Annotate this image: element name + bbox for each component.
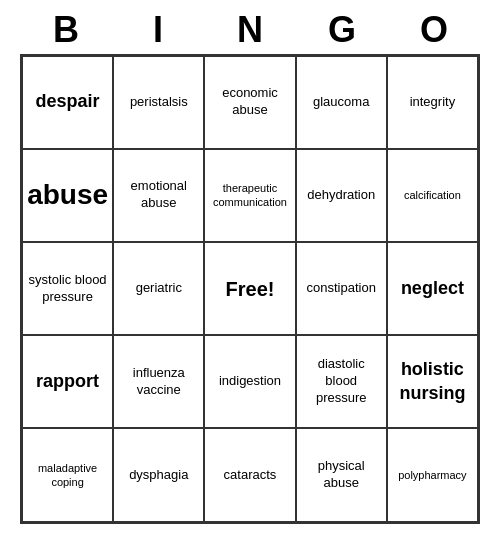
letter-b: B bbox=[20, 10, 112, 50]
bingo-cell-20: maladaptive coping bbox=[22, 428, 113, 521]
bingo-cell-0: despair bbox=[22, 56, 113, 149]
bingo-cell-1: peristalsis bbox=[113, 56, 204, 149]
letter-i: I bbox=[112, 10, 204, 50]
bingo-header: B I N G O bbox=[20, 10, 480, 50]
bingo-cell-22: cataracts bbox=[204, 428, 295, 521]
bingo-cell-5: abuse bbox=[22, 149, 113, 242]
bingo-cell-6: emotional abuse bbox=[113, 149, 204, 242]
bingo-cell-9: calcification bbox=[387, 149, 478, 242]
bingo-cell-4: integrity bbox=[387, 56, 478, 149]
bingo-cell-16: influenza vaccine bbox=[113, 335, 204, 428]
bingo-cell-17: indigestion bbox=[204, 335, 295, 428]
bingo-cell-2: economic abuse bbox=[204, 56, 295, 149]
bingo-cell-12: Free! bbox=[204, 242, 295, 335]
bingo-cell-23: physical abuse bbox=[296, 428, 387, 521]
bingo-cell-14: neglect bbox=[387, 242, 478, 335]
bingo-cell-19: holistic nursing bbox=[387, 335, 478, 428]
bingo-cell-7: therapeutic communication bbox=[204, 149, 295, 242]
bingo-cell-24: polypharmacy bbox=[387, 428, 478, 521]
letter-g: G bbox=[296, 10, 388, 50]
bingo-cell-3: glaucoma bbox=[296, 56, 387, 149]
letter-n: N bbox=[204, 10, 296, 50]
bingo-cell-11: geriatric bbox=[113, 242, 204, 335]
bingo-cell-13: constipation bbox=[296, 242, 387, 335]
bingo-cell-21: dysphagia bbox=[113, 428, 204, 521]
bingo-cell-8: dehydration bbox=[296, 149, 387, 242]
bingo-cell-10: systolic blood pressure bbox=[22, 242, 113, 335]
letter-o: O bbox=[388, 10, 480, 50]
bingo-grid: despairperistalsiseconomic abuseglaucoma… bbox=[20, 54, 480, 524]
bingo-cell-15: rapport bbox=[22, 335, 113, 428]
bingo-cell-18: diastolic blood pressure bbox=[296, 335, 387, 428]
